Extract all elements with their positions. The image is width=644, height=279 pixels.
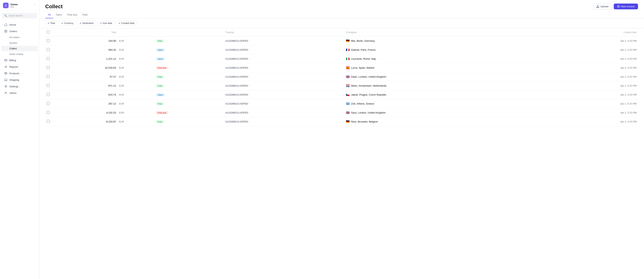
- table-row[interactable]: 1,221.12 EUR Open A123289213-ADFED 🇮🇹 Le…: [45, 54, 638, 63]
- upload-button[interactable]: Upload: [593, 3, 612, 10]
- filter-destination[interactable]: + Destination: [77, 21, 96, 26]
- sidebar-item-billing[interactable]: Billing: [1, 57, 38, 63]
- row-created-date: Jan 1, 5:15 PM: [548, 46, 638, 54]
- row-total: 1,221.12: [51, 54, 118, 63]
- row-total: 564.32: [51, 46, 118, 54]
- row-checkbox[interactable]: [47, 57, 50, 60]
- row-consignee: 🇮🇹 Leonardo, Rome, Italy: [344, 54, 548, 63]
- row-tracking: A123289213-ADFED: [224, 63, 344, 72]
- sidebar-item-all-orders[interactable]: All orders: [1, 35, 38, 40]
- sidebar-item-quotes[interactable]: Quotes: [1, 40, 38, 46]
- sidebar: Z Zonos 909 ⌃ 🔍 Quick search Home Orders…: [0, 0, 39, 279]
- svg-rect-6: [596, 7, 599, 8]
- row-checkbox[interactable]: [47, 120, 50, 123]
- row-checkbox[interactable]: [47, 39, 50, 42]
- row-tracking: A123289213-ADFED: [224, 90, 344, 99]
- tab-paid[interactable]: Paid: [80, 12, 90, 18]
- consignee-cell: 🇮🇹 Leonardo, Rome, Italy: [346, 57, 546, 60]
- flag-icon: 🇨🇿: [346, 93, 350, 96]
- row-currency: EUR: [118, 63, 154, 72]
- sidebar-item-label-reports: Reports: [9, 66, 18, 68]
- tab-open[interactable]: Open: [53, 12, 65, 18]
- table-row[interactable]: 10,234.63 EUR Past due A123289213-ADFED …: [45, 63, 638, 72]
- sidebar-item-settings[interactable]: Settings: [1, 83, 38, 90]
- row-tracking: A123289213-ADFED: [224, 54, 344, 63]
- table-row[interactable]: 287.12 EUR Paid A123289213-ADFED 🇬🇷 Zoë,…: [45, 99, 638, 108]
- select-all-checkbox[interactable]: [47, 31, 50, 34]
- row-checkbox-cell: [45, 37, 51, 46]
- row-created-date: Jan 1, 5:15 PM: [548, 99, 638, 108]
- chevron-icon: ⌃: [34, 4, 36, 7]
- row-consignee: 🇬🇷 Zoë, Athens, Greece: [344, 99, 548, 108]
- orders-icon: [4, 30, 8, 33]
- table-header-row: Total Tracking Consignee Created date: [45, 28, 638, 37]
- row-total: 915.74: [51, 90, 118, 99]
- status-badge: Open: [156, 57, 165, 60]
- consignee-name: Daan, London, United Kingdom: [351, 75, 386, 78]
- org-name: Zonos: [10, 3, 32, 6]
- settings-icon: [4, 85, 8, 88]
- filter-total[interactable]: + Total: [45, 21, 58, 26]
- filter-currency[interactable]: + Currency: [59, 21, 76, 26]
- row-tracking: A123289213-ADFED: [224, 81, 344, 90]
- row-checkbox[interactable]: [47, 48, 50, 51]
- row-created-date: Jan 1, 5:15 PM: [548, 117, 638, 126]
- row-status: Open: [154, 54, 224, 63]
- table-row[interactable]: 57.27 EUR Paid A123289213-ADFED 🇬🇧 Daan,…: [45, 72, 638, 81]
- row-checkbox[interactable]: [47, 66, 50, 69]
- consignee-cell: 🇩🇪 Mia, Berlin, Germany: [346, 40, 546, 43]
- org-id: 909: [10, 6, 32, 8]
- products-icon: [4, 72, 8, 75]
- table-body: 154.00 EUR Paid A123289213-ADFED 🇩🇪 Mia,…: [45, 37, 638, 126]
- sidebar-item-shipping[interactable]: Shipping: [1, 77, 38, 83]
- tab-all[interactable]: All: [45, 12, 53, 18]
- sidebar-item-products[interactable]: Products: [1, 70, 38, 77]
- status-badge: Paid: [156, 75, 164, 78]
- quick-search[interactable]: 🔍 Quick search: [2, 13, 37, 18]
- sidebar-item-collect[interactable]: Collect: [1, 46, 38, 51]
- flag-icon: 🇪🇸: [346, 66, 350, 69]
- new-invoice-button[interactable]: New invoice: [614, 4, 638, 9]
- row-checkbox[interactable]: [47, 111, 50, 114]
- sidebar-item-label-orders: Orders: [9, 30, 17, 33]
- table-row[interactable]: 154.00 EUR Paid A123289213-ADFED 🇩🇪 Mia,…: [45, 37, 638, 46]
- plus-circle-icon: [617, 5, 620, 8]
- filter-created-date[interactable]: + Created date: [116, 21, 137, 26]
- row-status: Open: [154, 46, 224, 54]
- col-header-total: Total: [51, 28, 118, 37]
- filters-bar: + Total + Currency + Destination + Due d…: [39, 18, 644, 28]
- filter-plus-icon: +: [62, 22, 63, 25]
- sidebar-item-admin[interactable]: Admin: [1, 90, 38, 96]
- row-total: 4,232.23: [51, 108, 118, 117]
- sidebar-item-home[interactable]: Home: [1, 22, 38, 28]
- row-checkbox[interactable]: [47, 93, 50, 96]
- sidebar-nav: Home Orders All orders Quotes Collect Or…: [0, 20, 39, 279]
- filter-due-date[interactable]: + Due date: [98, 21, 114, 26]
- org-header[interactable]: Z Zonos 909 ⌃: [0, 0, 39, 11]
- consignee-name: Zoë, Athens, Greece: [351, 102, 374, 105]
- table-row[interactable]: 915.74 EUR Open A123289213-ADFED 🇨🇿 Jaku…: [45, 90, 638, 99]
- row-checkbox-cell: [45, 90, 51, 99]
- row-checkbox[interactable]: [47, 102, 50, 105]
- upload-icon: [596, 5, 599, 8]
- row-checkbox-cell: [45, 63, 51, 72]
- row-total: 57.27: [51, 72, 118, 81]
- row-checkbox[interactable]: [47, 75, 50, 78]
- row-currency: EUR: [118, 72, 154, 81]
- tab-past-due[interactable]: Past due: [65, 12, 80, 18]
- row-checkbox-cell: [45, 99, 51, 108]
- row-currency: EUR: [118, 108, 154, 117]
- orders-submenu: All orders Quotes Collect Order review: [0, 35, 39, 57]
- table-row[interactable]: 8,233.87 EUR Paid A123289213-ADFED 🇩🇪 No…: [45, 117, 638, 126]
- sidebar-item-orders[interactable]: Orders: [1, 28, 38, 35]
- table-row[interactable]: 871.12 EUR Paid A123289213-ADFED 🇳🇱 Mees…: [45, 81, 638, 90]
- consignee-name: Sara, London, United Kingdom: [351, 111, 386, 114]
- row-checkbox[interactable]: [47, 84, 50, 87]
- row-total: 10,234.63: [51, 63, 118, 72]
- sidebar-item-reports[interactable]: Reports: [1, 64, 38, 70]
- table-row[interactable]: 4,232.23 EUR Past due A123289213-ADFED 🇬…: [45, 108, 638, 117]
- page-title: Collect: [45, 4, 62, 10]
- table-row[interactable]: 564.32 EUR Open A123289213-ADFED 🇫🇷 Gabr…: [45, 46, 638, 54]
- sidebar-item-order-review[interactable]: Order review: [1, 52, 38, 57]
- sidebar-item-label-billing: Billing: [9, 59, 16, 62]
